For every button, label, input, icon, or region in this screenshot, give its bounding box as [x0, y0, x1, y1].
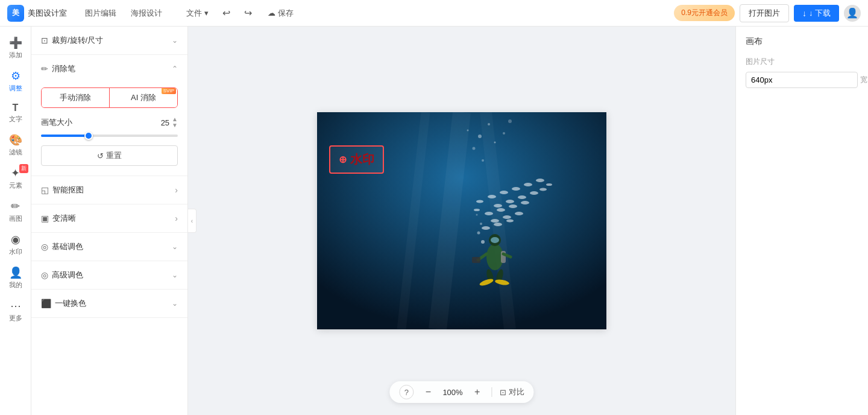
sidebar-item-watermark[interactable]: ◉ 水印 [0, 228, 31, 261]
crop-section-header[interactable]: ⊡ 裁剪/旋转/尺寸 ⌄ [31, 27, 187, 54]
canvas-image: ⊕ 水印 [317, 112, 606, 329]
main-area: ➕ 添加 ⚙ 调整 T 文字 🎨 滤镜 新 ✦ 元素 ✏ 画图 ◉ 水印 👤 [0, 27, 868, 415]
eraser-section-header[interactable]: ✏ 消除笔 ⌃ [31, 55, 187, 83]
advanced-color-section: ◎ 高级调色 ⌄ [31, 261, 187, 290]
svg-point-28 [482, 226, 490, 230]
manual-erase-tab[interactable]: 手动消除 [42, 88, 110, 107]
svg-point-14 [512, 187, 520, 191]
svg-point-21 [485, 212, 493, 215]
sidebar-watermark-label: 水印 [9, 247, 22, 256]
zoom-value: 100% [440, 388, 465, 397]
watermark-icon: ◉ [11, 233, 20, 246]
mine-icon: 👤 [9, 266, 22, 279]
logo-icon: 美 [7, 5, 24, 22]
sidebar-item-mine[interactable]: 👤 我的 [0, 261, 31, 294]
slider-thumb[interactable] [84, 131, 93, 140]
svg-point-34 [474, 209, 480, 211]
sidebar-adjust-label: 调整 [9, 84, 22, 93]
svg-point-11 [508, 119, 512, 123]
compare-button[interactable]: ⊡ 对比 [500, 387, 524, 398]
zoom-bar: ? − 100% + ⊡ 对比 [389, 381, 533, 403]
width-input[interactable] [746, 72, 858, 88]
compare-icon: ⊡ [500, 388, 506, 397]
vip-button[interactable]: 0.9元开通会员 [674, 5, 735, 21]
svg-point-35 [486, 244, 503, 270]
panel-collapse-handle[interactable]: ‹ [188, 209, 197, 233]
sidebar-item-elements[interactable]: 新 ✦ 元素 [0, 162, 31, 195]
svg-point-30 [506, 220, 514, 223]
smart-cutout-header[interactable]: ◱ 智能抠图 › [31, 176, 187, 204]
sidebar-item-draw[interactable]: ✏ 画图 [0, 195, 31, 228]
basic-color-icon: ◎ [41, 242, 48, 252]
svg-point-17 [494, 204, 502, 208]
draw-icon: ✏ [11, 200, 20, 213]
sidebar-mine-label: 我的 [9, 280, 22, 290]
svg-point-6 [473, 147, 476, 150]
sidebar-item-adjust[interactable]: ⚙ 调整 [0, 65, 31, 98]
enhance-arrow: › [175, 214, 178, 223]
basic-color-title: 基础调色 [52, 241, 83, 252]
sidebar-elements-label: 元素 [9, 181, 22, 190]
save-button[interactable]: ☁ 保存 [260, 5, 301, 21]
svg-point-46 [481, 240, 485, 244]
undo-button[interactable]: ↩ [217, 4, 236, 23]
scene-svg [317, 112, 606, 329]
brush-size-value: 25 ▲ ▼ [161, 116, 178, 128]
zoom-divider [492, 387, 492, 397]
zoom-out-button[interactable]: − [421, 385, 435, 399]
advanced-color-header[interactable]: ◎ 高级调色 ⌄ [31, 261, 187, 289]
color-replace-header[interactable]: ⬛ 一键换色 ⌄ [31, 290, 187, 317]
svg-point-16 [536, 179, 544, 182]
reset-icon: ↺ [97, 151, 104, 160]
svg-point-23 [509, 204, 517, 208]
color-replace-icon: ⬛ [41, 299, 51, 308]
svg-point-18 [506, 200, 514, 203]
nav-image-edit[interactable]: 图片编辑 [79, 5, 122, 21]
sidebar-item-text[interactable]: T 文字 [0, 98, 31, 128]
basic-color-header[interactable]: ◎ 基础调色 ⌄ [31, 233, 187, 261]
svg-point-8 [482, 159, 484, 162]
brush-size-slider[interactable] [41, 135, 178, 137]
icon-sidebar: ➕ 添加 ⚙ 调整 T 文字 🎨 滤镜 新 ✦ 元素 ✏ 画图 ◉ 水印 👤 [0, 27, 31, 415]
smart-cutout-icon: ◱ [41, 185, 49, 195]
open-image-button[interactable]: 打开图片 [740, 4, 789, 22]
svg-point-47 [477, 232, 480, 235]
enhance-header[interactable]: ▣ 变清晰 › [31, 204, 187, 232]
help-button[interactable]: ? [399, 385, 414, 399]
right-panel: 画布 图片尺寸 宽 高 [735, 27, 868, 415]
advanced-color-icon: ◎ [41, 270, 48, 280]
smart-cutout-arrow: › [175, 185, 178, 195]
eraser-title: 消除笔 [52, 63, 75, 74]
crop-icon: ⊡ [41, 36, 48, 45]
svg-rect-40 [472, 257, 480, 263]
advanced-color-chevron: ⌄ [172, 271, 178, 279]
reset-button[interactable]: ↺ 重置 [41, 145, 178, 166]
redo-button[interactable]: ↪ [239, 4, 258, 23]
app-logo[interactable]: 美 美图设计室 [7, 5, 67, 22]
sidebar-text-label: 文字 [9, 115, 22, 124]
svg-point-33 [546, 183, 552, 186]
sidebar-item-filter[interactable]: 🎨 滤镜 [0, 128, 31, 162]
svg-point-5 [488, 123, 490, 125]
watermark-text: 水印 [350, 151, 374, 168]
nav-poster-design[interactable]: 海报设计 [125, 5, 168, 21]
width-unit: 宽 [860, 75, 867, 85]
svg-point-7 [494, 142, 496, 144]
color-replace-title: 一键换色 [55, 298, 86, 309]
ai-erase-tab[interactable]: AI 消除 SVIP [110, 88, 177, 107]
file-menu[interactable]: 文件 ▾ [180, 5, 215, 21]
canvas-area[interactable]: ‹ [188, 27, 735, 415]
svg-point-12 [488, 195, 496, 198]
zoom-in-button[interactable]: + [470, 385, 485, 399]
crop-section: ⊡ 裁剪/旋转/尺寸 ⌄ [31, 27, 187, 55]
adjust-icon: ⚙ [11, 69, 20, 83]
watermark-box[interactable]: ⊕ 水印 [329, 145, 384, 174]
sidebar-item-more[interactable]: ⋯ 更多 [0, 294, 31, 328]
download-button[interactable]: ↓ ↓ 下载 [794, 5, 839, 22]
color-replace-chevron: ⌄ [172, 299, 178, 308]
image-size-label: 图片尺寸 [746, 57, 858, 67]
text-icon: T [13, 103, 19, 113]
sidebar-item-add[interactable]: ➕ 添加 [0, 31, 31, 65]
avatar[interactable]: 👤 [844, 5, 861, 22]
svg-point-9 [467, 130, 469, 131]
